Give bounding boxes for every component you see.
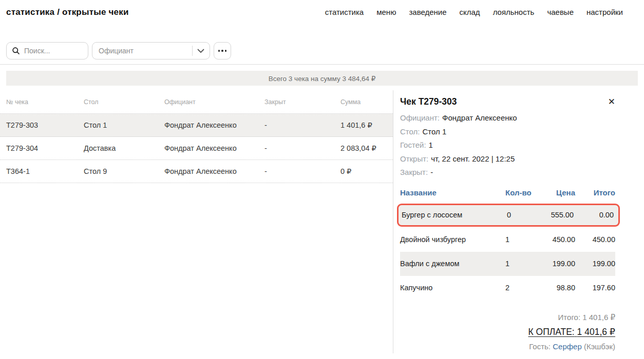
top-bar: статистика / открытые чеки статистика ме… xyxy=(0,0,644,17)
cell-table: Стол 9 xyxy=(84,167,164,175)
item-name: Двойной чизбургер xyxy=(400,235,505,244)
item-total: 197.60 xyxy=(575,284,615,292)
main-nav: статистика меню заведение склад лояльнос… xyxy=(325,8,623,16)
table-row[interactable]: T364-1 Стол 9 Фондрат Алексеенко - 0 ₽ xyxy=(0,160,393,183)
item-qty: 1 xyxy=(505,260,536,268)
select-divider xyxy=(192,46,193,56)
cell-waiter: Фондрат Алексеенко xyxy=(164,121,264,129)
check-detail-header: Чек T279-303 ✕ xyxy=(400,96,615,107)
item-name: Капучино xyxy=(400,284,505,292)
meta-opened: Открыт:чт, 22 сент. 2022 | 12:25 xyxy=(400,152,615,166)
nav-item-stock[interactable]: склад xyxy=(460,8,480,16)
cell-check-number: T279-304 xyxy=(6,144,84,152)
cell-sum: 2 083,04 ₽ xyxy=(340,144,393,152)
cell-closed: - xyxy=(264,121,340,129)
nav-item-loyalty[interactable]: лояльность xyxy=(493,8,535,16)
nav-item-menu[interactable]: меню xyxy=(376,8,396,16)
item-row: Капучино 2 98.80 197.60 xyxy=(400,276,615,300)
item-name: Бургер с лососем xyxy=(402,211,507,219)
search-icon xyxy=(12,47,20,55)
item-price: 98.80 xyxy=(536,284,575,292)
items-table-header: Название Кол-во Цена Итого xyxy=(400,188,615,204)
item-qty: 1 xyxy=(505,235,536,244)
item-price: 450.00 xyxy=(536,235,575,244)
nav-item-tips[interactable]: чаевые xyxy=(547,8,574,16)
cell-table: Стол 1 xyxy=(84,121,164,129)
open-checks-page: статистика / открытые чеки статистика ме… xyxy=(0,0,644,359)
check-detail-title: Чек T279-303 xyxy=(400,96,457,107)
page-title: статистика / открытые чеки xyxy=(6,7,129,17)
cell-closed: - xyxy=(264,167,340,175)
checks-table-header: № чека Стол Официант Закрыт Сумма xyxy=(0,90,393,114)
toolbar-divider xyxy=(0,64,644,65)
col-table: Стол xyxy=(84,98,164,106)
summary-text: Всего 3 чека на сумму 3 484,64 ₽ xyxy=(269,74,376,83)
chevron-down-icon xyxy=(197,49,204,53)
filters-toolbar: Официант xyxy=(6,42,644,59)
col-item-name: Название xyxy=(400,188,505,197)
check-detail-panel: Чек T279-303 ✕ Официант:Фондрат Алексеен… xyxy=(393,90,644,353)
cell-check-number: T279-303 xyxy=(6,121,84,129)
item-row: Двойной чизбургер 1 450.00 450.00 xyxy=(400,228,615,252)
table-row[interactable]: T279-304 Доставка Фондрат Алексеенко - 2… xyxy=(0,137,393,160)
item-qty: 2 xyxy=(505,284,536,292)
ellipsis-icon xyxy=(218,50,220,52)
col-item-qty: Кол-во xyxy=(505,188,536,197)
meta-waiter: Официант:Фондрат Алексеенко xyxy=(400,111,615,125)
item-qty: 0 xyxy=(507,211,538,219)
item-name: Вафли с джемом xyxy=(400,260,505,268)
col-waiter: Официант xyxy=(164,98,264,106)
search-input[interactable] xyxy=(24,47,83,55)
item-price: 199.00 xyxy=(536,260,575,268)
guest-link[interactable]: Серфер xyxy=(553,342,582,351)
check-totals: Итого: 1 401,6 ₽ К ОПЛАТЕ: 1 401,6 ₽ Гос… xyxy=(400,313,615,351)
meta-closed: Закрыт:- xyxy=(400,166,615,180)
item-total: 0.00 xyxy=(574,211,614,219)
more-options-button[interactable] xyxy=(214,42,231,59)
close-icon[interactable]: ✕ xyxy=(608,97,615,106)
cell-sum: 1 401,6 ₽ xyxy=(340,121,393,129)
cell-sum: 0 ₽ xyxy=(340,167,393,175)
amount-due-line: К ОПЛАТЕ: 1 401,6 ₽ xyxy=(400,327,615,337)
guest-line: Гость: Серфер (Кэшбэк) xyxy=(400,342,615,351)
cell-check-number: T364-1 xyxy=(6,167,84,175)
item-total: 199.00 xyxy=(575,260,615,268)
waiter-filter-placeholder: Официант xyxy=(99,47,192,55)
col-closed: Закрыт xyxy=(264,98,340,106)
search-box[interactable] xyxy=(6,42,88,59)
col-check-number: № чека xyxy=(6,98,84,106)
meta-table: Стол:Стол 1 xyxy=(400,125,615,139)
subtotal-line: Итого: 1 401,6 ₽ xyxy=(400,313,615,322)
totals-summary-bar: Всего 3 чека на сумму 3 484,64 ₽ xyxy=(6,71,638,86)
nav-item-statistics[interactable]: статистика xyxy=(325,8,364,16)
waiter-filter-select[interactable]: Официант xyxy=(92,42,210,59)
cell-table: Доставка xyxy=(84,144,164,152)
table-row[interactable]: T279-303 Стол 1 Фондрат Алексеенко - 1 4… xyxy=(0,114,393,137)
check-items-table: Название Кол-во Цена Итого Бургер с лосо… xyxy=(400,188,615,300)
item-row-highlighted: Бургер с лососем 0 555.00 0.00 xyxy=(397,204,620,227)
item-price: 555.00 xyxy=(538,211,574,219)
item-row: Вафли с джемом 1 199.00 199.00 xyxy=(400,252,615,276)
check-meta: Официант:Фондрат Алексеенко Стол:Стол 1 … xyxy=(400,111,615,180)
nav-item-settings[interactable]: настройки xyxy=(586,8,623,16)
cell-closed: - xyxy=(264,144,340,152)
meta-guests: Гостей:1 xyxy=(400,138,615,152)
cell-waiter: Фондрат Алексеенко xyxy=(164,144,264,152)
cell-waiter: Фондрат Алексеенко xyxy=(164,167,264,175)
col-item-total: Итого xyxy=(575,188,615,197)
col-item-price: Цена xyxy=(536,188,575,197)
item-total: 450.00 xyxy=(575,235,615,244)
checks-table: № чека Стол Официант Закрыт Сумма T279-3… xyxy=(0,90,393,353)
nav-item-venue[interactable]: заведение xyxy=(409,8,446,16)
main-content: № чека Стол Официант Закрыт Сумма T279-3… xyxy=(0,90,644,353)
col-sum: Сумма xyxy=(340,98,393,106)
